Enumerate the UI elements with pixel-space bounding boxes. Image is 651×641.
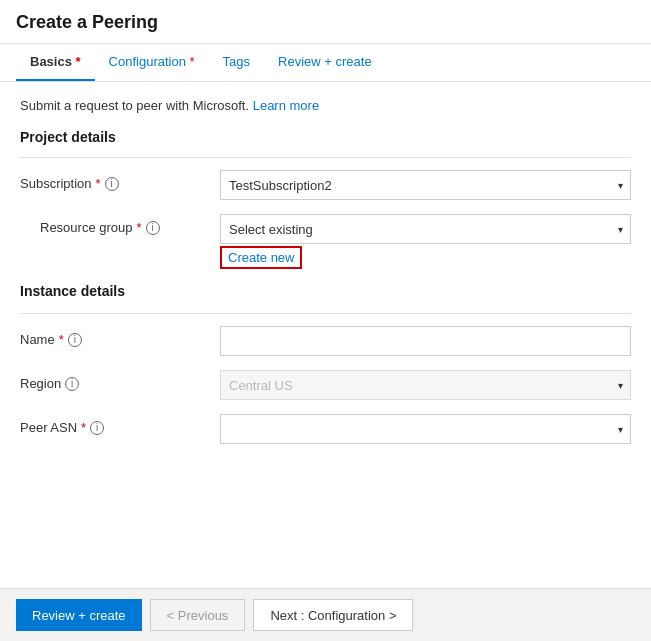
subscription-row: Subscription * i TestSubscription2 ▾	[20, 170, 631, 200]
learn-more-link[interactable]: Learn more	[253, 98, 319, 113]
footer: Review + create < Previous Next : Config…	[0, 588, 651, 641]
resource-group-required: *	[137, 220, 142, 235]
tab-configuration-label: Configuration	[109, 54, 186, 69]
info-text: Submit a request to peer with Microsoft.…	[20, 98, 631, 113]
peer-asn-info-icon[interactable]: i	[90, 421, 104, 435]
instance-details-title: Instance details	[20, 283, 631, 299]
name-label: Name * i	[20, 326, 220, 347]
project-details-title: Project details	[20, 129, 631, 145]
tab-tags[interactable]: Tags	[209, 44, 264, 81]
tab-config-required: *	[186, 54, 195, 69]
review-create-button[interactable]: Review + create	[16, 599, 142, 631]
resource-group-select[interactable]: Select existing	[220, 214, 631, 244]
project-divider	[20, 157, 631, 158]
name-input[interactable]	[220, 326, 631, 356]
region-control: Central US ▾	[220, 370, 631, 400]
resource-group-control: Select existing ▾ Create new	[220, 214, 631, 269]
tab-basics-label: Basics	[30, 54, 72, 69]
tab-configuration[interactable]: Configuration *	[95, 44, 209, 81]
tab-basics-required: *	[72, 54, 81, 69]
peer-asn-row: Peer ASN * i ▾	[20, 414, 631, 444]
resource-group-label: Resource group * i	[20, 214, 220, 235]
peer-asn-control: ▾	[220, 414, 631, 444]
tab-basics[interactable]: Basics *	[16, 44, 95, 81]
content-area: Submit a request to peer with Microsoft.…	[0, 82, 651, 588]
create-new-link[interactable]: Create new	[220, 246, 302, 269]
subscription-select[interactable]: TestSubscription2	[220, 170, 631, 200]
subscription-info-icon[interactable]: i	[105, 177, 119, 191]
region-label: Region i	[20, 370, 220, 391]
resource-group-row: Resource group * i Select existing ▾ Cre…	[20, 214, 631, 269]
previous-button[interactable]: < Previous	[150, 599, 246, 631]
tab-review-label: Review + create	[278, 54, 372, 69]
region-row: Region i Central US ▾	[20, 370, 631, 400]
name-control	[220, 326, 631, 356]
page-header: Create a Peering	[0, 0, 651, 44]
name-row: Name * i	[20, 326, 631, 356]
subscription-required: *	[96, 176, 101, 191]
peer-asn-required: *	[81, 420, 86, 435]
subscription-control: TestSubscription2 ▾	[220, 170, 631, 200]
peer-asn-label: Peer ASN * i	[20, 414, 220, 435]
subscription-label: Subscription * i	[20, 170, 220, 191]
instance-divider	[20, 313, 631, 314]
page-title: Create a Peering	[16, 12, 635, 33]
name-info-icon[interactable]: i	[68, 333, 82, 347]
name-required: *	[59, 332, 64, 347]
region-info-icon[interactable]: i	[65, 377, 79, 391]
tab-tags-label: Tags	[223, 54, 250, 69]
tab-review[interactable]: Review + create	[264, 44, 386, 81]
resource-group-info-icon[interactable]: i	[146, 221, 160, 235]
tabs-bar: Basics * Configuration * Tags Review + c…	[0, 44, 651, 82]
peer-asn-select-wrapper: ▾	[220, 414, 631, 444]
subscription-select-wrapper: TestSubscription2 ▾	[220, 170, 631, 200]
next-button[interactable]: Next : Configuration >	[253, 599, 413, 631]
peer-asn-select[interactable]	[220, 414, 631, 444]
region-select-wrapper: Central US ▾	[220, 370, 631, 400]
region-select[interactable]: Central US	[220, 370, 631, 400]
resource-group-select-wrapper: Select existing ▾	[220, 214, 631, 244]
